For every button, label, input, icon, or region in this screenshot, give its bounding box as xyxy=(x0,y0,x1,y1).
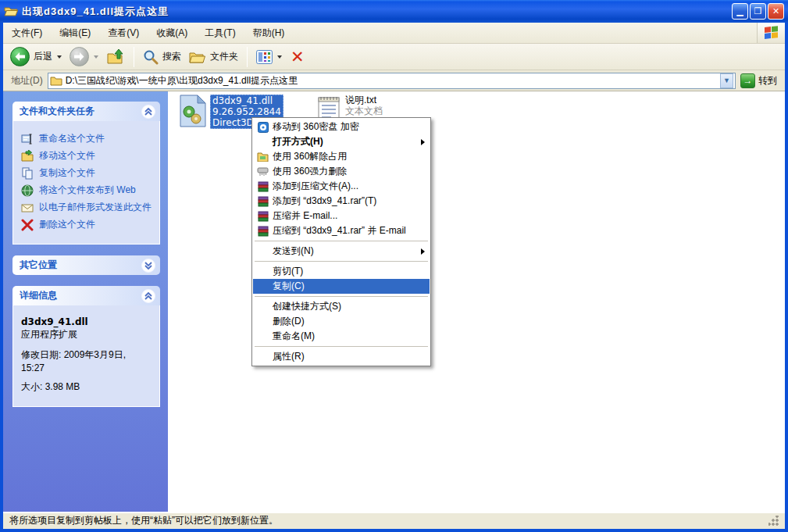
chevron-up-icon[interactable] xyxy=(141,105,155,119)
task-copy-file[interactable]: 复制这个文件 xyxy=(21,167,153,180)
task-delete-file[interactable]: 删除这个文件 xyxy=(21,219,153,231)
menu-bar: 文件(F) 编辑(E) 查看(V) 收藏(A) 工具(T) 帮助(H) xyxy=(3,23,785,44)
rename-icon xyxy=(21,133,34,145)
copy-icon xyxy=(21,167,34,180)
ctx-move-to-360-disk[interactable]: 移动到 360密盘 加密 xyxy=(253,120,430,134)
file-tasks-header[interactable]: 文件和文件夹任务 xyxy=(12,102,160,121)
search-label: 搜索 xyxy=(162,50,181,63)
go-label: 转到 xyxy=(758,74,777,87)
views-icon xyxy=(256,50,273,64)
views-dropdown-icon[interactable] xyxy=(277,55,282,59)
menu-edit[interactable]: 编辑(E) xyxy=(51,23,99,43)
ctx-delete[interactable]: 删除(D) xyxy=(253,314,430,329)
window-title: 出现d3dx9_41.dll提示点这里 xyxy=(22,5,169,19)
winrar-icon xyxy=(255,210,270,223)
task-rename-file[interactable]: 重命名这个文件 xyxy=(21,133,153,145)
ctx-open-with[interactable]: 打开方式(H) xyxy=(253,134,430,149)
details-file-size: 大小: 3.98 MB xyxy=(21,380,153,394)
menu-help[interactable]: 帮助(H) xyxy=(244,23,294,43)
ctx-360-unlock[interactable]: 使用 360解除占用 xyxy=(253,149,430,164)
menu-separator xyxy=(255,241,428,241)
ctx-properties[interactable]: 属性(R) xyxy=(253,349,430,364)
task-publish-web[interactable]: 将这个文件发布到 Web xyxy=(21,184,153,197)
go-arrow-icon: → xyxy=(740,73,755,88)
task-email-file[interactable]: 以电子邮件形式发送此文件 xyxy=(21,202,153,214)
other-places-panel: 其它位置 xyxy=(12,255,160,275)
back-icon xyxy=(10,47,30,66)
close-button[interactable]: ✕ xyxy=(768,3,784,20)
search-button[interactable]: 搜索 xyxy=(141,49,184,65)
ctx-compress-named-email[interactable]: 压缩到 “d3dx9_41.rar” 并 E-mail xyxy=(253,223,430,238)
menu-tools[interactable]: 工具(T) xyxy=(196,23,244,43)
file-name: 说明.txt xyxy=(345,95,383,105)
menu-favorites[interactable]: 收藏(A) xyxy=(148,23,196,43)
ctx-add-to-archive[interactable]: 添加到压缩文件(A)... xyxy=(253,179,430,194)
ctx-compress-email[interactable]: 压缩并 E-mail... xyxy=(253,209,430,223)
chevron-down-icon[interactable] xyxy=(141,259,155,273)
ctx-360-force-delete[interactable]: 使用 360强力删除 xyxy=(253,164,430,179)
ctx-create-shortcut[interactable]: 创建快捷方式(S) xyxy=(253,299,430,314)
360-disk-icon xyxy=(255,121,270,134)
globe-icon xyxy=(21,184,34,197)
up-button[interactable] xyxy=(104,48,127,66)
winrar-icon xyxy=(255,180,270,193)
go-button[interactable]: → 转到 xyxy=(740,73,777,88)
task-label: 以电子邮件形式发送此文件 xyxy=(39,202,152,214)
file-tasks-panel: 文件和文件夹任务 重命名这个文件 移动这个文件 xyxy=(12,102,160,245)
submenu-arrow-icon xyxy=(421,139,425,145)
other-places-header[interactable]: 其它位置 xyxy=(12,255,160,275)
menu-file[interactable]: 文件(F) xyxy=(3,23,51,43)
back-dropdown-icon[interactable] xyxy=(57,55,62,59)
folders-button[interactable]: 文件夹 xyxy=(187,50,241,64)
up-folder-icon xyxy=(106,48,125,66)
details-file-name: d3dx9_41.dll xyxy=(21,316,153,327)
menu-separator xyxy=(255,346,428,347)
windows-logo xyxy=(757,23,785,43)
address-dropdown-button[interactable]: ▼ xyxy=(720,73,733,88)
task-label: 移动这个文件 xyxy=(39,150,95,162)
delete-x-icon[interactable]: ✕ xyxy=(287,49,308,65)
menu-separator xyxy=(255,261,428,262)
task-label: 复制这个文件 xyxy=(39,167,95,180)
title-bar[interactable]: 出现d3dx9_41.dll提示点这里 ▁ ❒ ✕ xyxy=(0,0,788,23)
details-modified-date: 修改日期: 2009年3月9日, xyxy=(21,348,153,362)
ctx-add-to-named-archive[interactable]: 添加到 “d3dx9_41.rar”(T) xyxy=(253,194,430,209)
details-modified-time: 15:27 xyxy=(21,362,153,373)
back-button[interactable]: 后退 xyxy=(8,47,64,66)
forward-dropdown-icon xyxy=(94,55,98,59)
winrar-icon xyxy=(255,225,270,237)
menu-view[interactable]: 查看(V) xyxy=(99,23,148,43)
ctx-rename[interactable]: 重命名(M) xyxy=(253,329,430,344)
file-tasks-title: 文件和文件夹任务 xyxy=(20,105,94,118)
views-button[interactable] xyxy=(254,50,284,64)
task-move-file[interactable]: 移动这个文件 xyxy=(21,150,153,162)
file-list-area[interactable]: d3dx9_41.dll 9.26.952.2844 Direct3D 说明.t… xyxy=(168,91,785,512)
address-text: D:\三国战纪\游戏\一统中原\出现d3dx9_41.dll提示点这里 xyxy=(66,74,298,87)
task-label: 删除这个文件 xyxy=(39,219,95,231)
details-panel: 详细信息 d3dx9_41.dll 应用程序扩展 修改日期: 2009年3月9日… xyxy=(12,286,160,407)
search-icon xyxy=(143,49,159,65)
shredder-icon xyxy=(255,166,270,178)
delete-x-icon xyxy=(21,219,34,231)
folders-label: 文件夹 xyxy=(210,50,238,63)
toolbar-separator xyxy=(134,47,134,67)
file-version: 9.26.952.2844 xyxy=(212,106,281,117)
back-label: 后退 xyxy=(34,50,52,63)
status-bar: 将所选项目复制到剪帖板上，使用“粘贴”可以把它们放到新位置。 xyxy=(3,512,785,529)
submenu-arrow-icon xyxy=(421,248,425,255)
maximize-button[interactable]: ❒ xyxy=(750,3,766,20)
resize-grip[interactable] xyxy=(768,516,779,526)
folder-icon xyxy=(50,76,62,86)
ctx-send-to[interactable]: 发送到(N) xyxy=(253,244,430,259)
details-header[interactable]: 详细信息 xyxy=(12,286,160,305)
toolbar-separator xyxy=(247,47,248,67)
forward-button[interactable] xyxy=(67,47,101,66)
ctx-cut[interactable]: 剪切(T) xyxy=(253,264,430,279)
toolbar: 后退 搜索 文件夹 xyxy=(3,44,785,70)
address-input[interactable]: D:\三国战纪\游戏\一统中原\出现d3dx9_41.dll提示点这里 ▼ xyxy=(48,73,736,89)
360-folder-icon xyxy=(255,151,270,163)
email-icon xyxy=(21,202,34,214)
minimize-button[interactable]: ▁ xyxy=(732,3,748,20)
chevron-up-icon[interactable] xyxy=(141,289,155,303)
ctx-copy[interactable]: 复制(C) xyxy=(253,279,430,294)
